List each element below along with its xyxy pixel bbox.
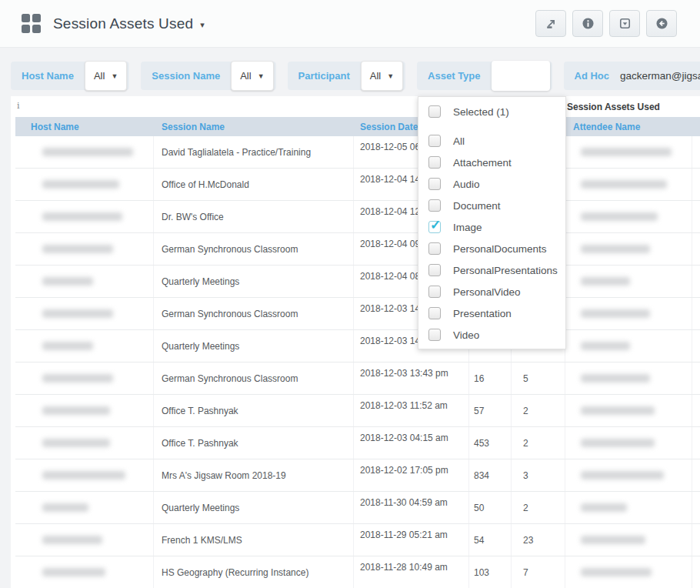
export-icon (545, 17, 558, 30)
session-name-cell: Office of H.McDonald (154, 169, 354, 200)
dropdown-option[interactable]: ✓ Audio (418, 173, 565, 195)
table-row[interactable]: German Synchronous Classroom 2018-12-04 … (15, 233, 700, 266)
dropdown-option-label: PersonalDocuments (453, 243, 547, 255)
checkbox-icon[interactable]: ✓ (428, 221, 441, 233)
filter-participant: Participant All ▼ (288, 62, 406, 90)
checkbox-icon[interactable]: ✓ (428, 264, 441, 276)
asset-type-input[interactable] (492, 61, 550, 91)
asset-count-cell: 57 (469, 395, 512, 426)
table-row[interactable]: Mrs A's Jigsaw Room 2018-19 2018-12-02 1… (15, 459, 700, 492)
session-name-cell: David Taglialatela - Practice/Training (154, 136, 354, 168)
session-name-cell: Dr. BW's Office (154, 201, 354, 232)
attendee-name-cell (565, 298, 692, 329)
checkbox-icon[interactable]: ✓ (428, 135, 441, 147)
participant-select[interactable]: All ▼ (361, 61, 403, 91)
table-row[interactable]: French 1 KMS/LMS 2018-11-29 05:21 am 54 … (15, 524, 700, 556)
redacted-attendee-name (581, 568, 652, 576)
extra-cell (692, 427, 700, 459)
grid-menu-icon[interactable] (22, 14, 41, 33)
info-icon (582, 17, 595, 30)
dropdown-option[interactable]: ✓ Image (418, 216, 565, 238)
table-row[interactable]: Office T. Pashnyak 2018-12-03 11:52 am 5… (15, 395, 700, 427)
asset-count-cell: 834 (469, 459, 512, 491)
dropdown-option[interactable]: ✓ PersonalVideo (418, 281, 565, 302)
redacted-attendee-name (581, 503, 627, 512)
topbar-actions (529, 10, 677, 37)
session-name-cell: Quarterly Meetings (154, 330, 354, 362)
dropdown-option[interactable]: ✓ Selected (1) (418, 101, 565, 122)
dropdown-option[interactable]: ✓ PersonalPresentations (418, 259, 565, 281)
column-header-attendee-name[interactable]: Attendee Name (565, 122, 692, 132)
redacted-attendee-name (581, 277, 630, 286)
back-button[interactable] (646, 10, 677, 37)
checkbox-icon[interactable]: ✓ (428, 329, 441, 341)
participant-value: All (370, 70, 381, 82)
info-button[interactable] (572, 10, 603, 37)
host-name-select[interactable]: All ▼ (85, 61, 127, 91)
checkbox-icon[interactable]: ✓ (428, 156, 441, 169)
attendee-name-cell (565, 362, 692, 394)
checkbox-icon[interactable]: ✓ (428, 199, 441, 212)
attendee-name-cell (565, 395, 692, 426)
extra-cell (692, 362, 700, 394)
dropdown-option[interactable]: ✓ Attachement (418, 152, 565, 173)
column-header-host-name[interactable]: Host Name (15, 122, 154, 132)
checkbox-icon[interactable]: ✓ (428, 307, 441, 319)
extra-cell (692, 266, 700, 297)
session-name-cell: Quarterly Meetings (154, 492, 354, 523)
dropdown-option-label: Selected (1) (453, 106, 509, 118)
title-caret-icon[interactable]: ▾ (200, 18, 205, 30)
extra-cell (692, 169, 700, 200)
host-name-cell (15, 492, 154, 523)
export-button[interactable] (535, 10, 566, 37)
asset-count-cell: 453 (469, 427, 512, 459)
archive-button[interactable] (609, 10, 640, 37)
redacted-host-name (42, 439, 110, 447)
dropdown-option[interactable]: ✓ Presentation (418, 302, 565, 324)
session-name-select[interactable]: All ▼ (231, 61, 273, 91)
table-row[interactable]: German Synchronous Classroom 2018-12-03 … (15, 362, 700, 395)
redacted-host-name (42, 503, 88, 512)
table-row[interactable]: Office of H.McDonald 2018-12-04 14:5 (15, 169, 700, 201)
host-name-cell (15, 524, 154, 556)
table-row[interactable]: Quarterly Meetings 2018-11-30 04:59 am 5… (15, 492, 700, 524)
attendee-name-cell (565, 492, 692, 523)
redacted-attendee-name (581, 309, 650, 318)
session-name-cell: Office T. Pashnyak (154, 395, 354, 426)
table-row[interactable]: HS Geography (Recurring Instance) 2018-1… (15, 556, 700, 588)
session-name-cell: Mrs A's Jigsaw Room 2018-19 (154, 459, 354, 491)
table-row[interactable]: Office T. Pashnyak 2018-12-03 04:15 am 4… (15, 427, 700, 459)
grid-header-row: Host Name Session Name Session Date▼ Att… (15, 117, 700, 136)
attendee-name-cell (565, 427, 692, 459)
column-header-session-name[interactable]: Session Name (154, 122, 354, 132)
redacted-attendee-name (581, 374, 650, 383)
page-title: Session Assets Used (53, 15, 193, 32)
host-name-cell (15, 395, 154, 426)
asset-count-cell: 50 (469, 492, 512, 523)
redacted-attendee-name (581, 245, 650, 253)
table-row[interactable]: Dr. BW's Office 2018-12-04 12:5 (15, 201, 700, 233)
redacted-attendee-name (581, 180, 667, 189)
dropdown-option-label: Video (453, 329, 479, 341)
checkbox-icon[interactable]: ✓ (428, 242, 441, 255)
asset-count-cell: 16 (469, 362, 512, 394)
session-name-value: All (240, 70, 251, 82)
session-name-cell: German Synchronous Classroom (154, 298, 354, 329)
table-row[interactable]: David Taglialatela - Practice/Training 2… (15, 136, 700, 169)
redacted-host-name (42, 374, 113, 383)
table-row[interactable]: Quarterly Meetings 2018-12-03 14:0 54 2 (15, 330, 700, 362)
dropdown-option[interactable]: ✓ All (418, 130, 565, 152)
checkbox-icon[interactable]: ✓ (428, 286, 441, 298)
checkbox-icon[interactable]: ✓ (428, 105, 441, 118)
asset-count-cell: 103 (469, 556, 512, 588)
dropdown-option-label: Document (453, 200, 501, 212)
dropdown-option[interactable]: ✓ Document (418, 195, 565, 216)
redacted-host-name (42, 212, 122, 221)
extra-cell (692, 233, 700, 265)
table-row[interactable]: German Synchronous Classroom 2018-12-03 … (15, 298, 700, 330)
dropdown-option[interactable]: ✓ PersonalDocuments (418, 238, 565, 259)
dropdown-option[interactable]: ✓ Video (418, 324, 565, 346)
checkbox-icon[interactable]: ✓ (428, 178, 441, 190)
session-name-cell: German Synchronous Classroom (154, 233, 354, 265)
table-row[interactable]: Quarterly Meetings 2018-12-04 08:0 (15, 266, 700, 298)
